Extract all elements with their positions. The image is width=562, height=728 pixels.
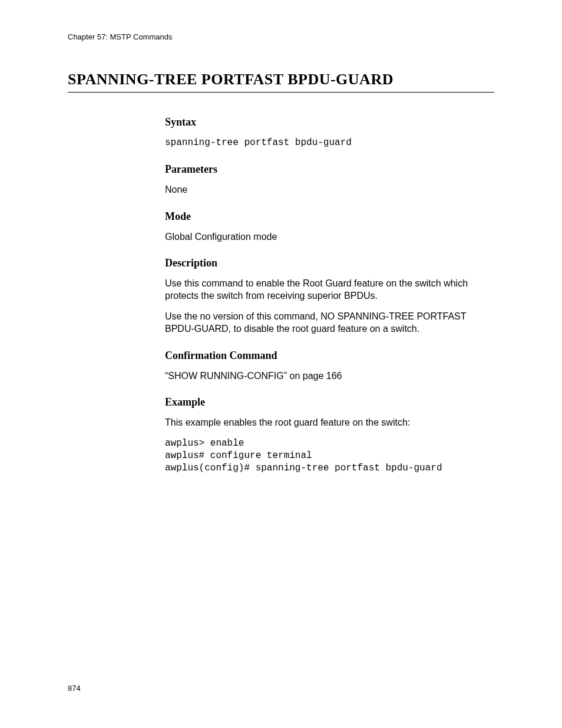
- mode-heading: Mode: [165, 210, 494, 223]
- example-intro: This example enables the root guard feat…: [165, 417, 494, 429]
- description-heading: Description: [165, 257, 494, 269]
- description-p2: Use the no version of this command, NO S…: [165, 311, 494, 335]
- syntax-code: spanning-tree portfast bpdu-guard: [165, 137, 494, 149]
- mode-body: Global Configuration mode: [165, 231, 494, 243]
- confirmation-heading: Confirmation Command: [165, 350, 494, 362]
- page-number: 874: [68, 684, 81, 693]
- parameters-heading: Parameters: [165, 163, 494, 176]
- description-p1: Use this command to enable the Root Guar…: [165, 278, 494, 302]
- command-title: SPANNING-TREE PORTFAST BPDU-GUARD: [68, 71, 494, 93]
- syntax-heading: Syntax: [165, 116, 494, 129]
- parameters-body: None: [165, 184, 494, 196]
- example-heading: Example: [165, 396, 494, 409]
- running-header: Chapter 57: MSTP Commands: [68, 32, 494, 41]
- confirmation-body: “SHOW RUNNING-CONFIG” on page 166: [165, 370, 494, 383]
- page: Chapter 57: MSTP Commands SPANNING-TREE …: [0, 0, 562, 728]
- example-code: awplus> enable awplus# configure termina…: [165, 437, 494, 474]
- content-body: Syntax spanning-tree portfast bpdu-guard…: [165, 116, 494, 475]
